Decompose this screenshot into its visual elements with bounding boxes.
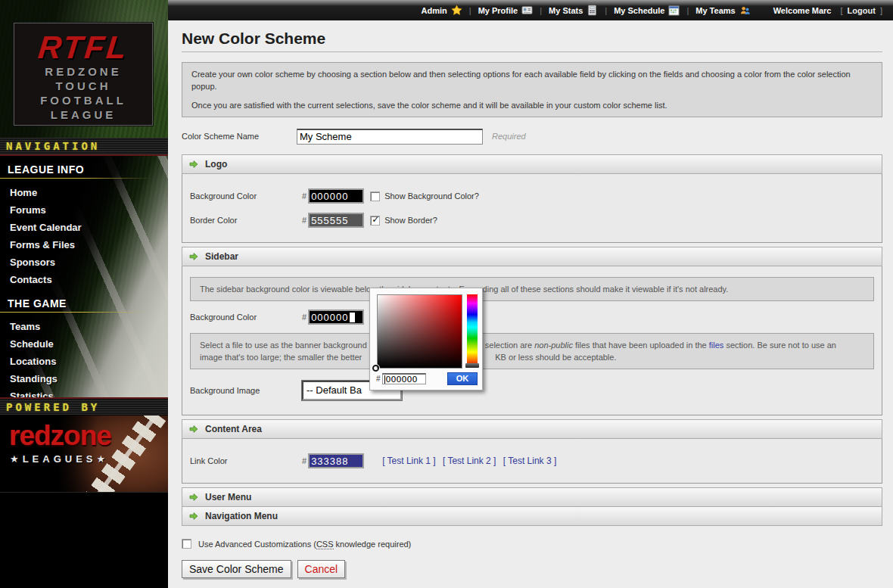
- advanced-customizations-checkbox[interactable]: ✓: [182, 539, 191, 549]
- field-label: Background Image: [190, 386, 302, 395]
- sidebar-item-forms-files[interactable]: Forms & Files: [0, 236, 168, 254]
- vcard-icon: [521, 5, 533, 16]
- topbar-item-my-profile[interactable]: My Profile: [478, 5, 534, 16]
- sidebar-item-forums[interactable]: Forums: [0, 201, 168, 219]
- logo-line: LEAGUE: [14, 107, 152, 122]
- sidebar-note-infobox: The sidebar background color is viewable…: [190, 277, 874, 301]
- link-color-swatch[interactable]: 333388: [308, 453, 364, 468]
- note-fragment: Select a file to use as the banner backg…: [200, 341, 367, 350]
- picker-ok-button[interactable]: OK: [447, 372, 478, 385]
- star-icon: [451, 5, 462, 16]
- powered-by-led-banner: POWERED BY: [0, 397, 168, 415]
- test-link-3[interactable]: [ Test Link 3 ]: [503, 456, 556, 466]
- sidebar-item-event-calendar[interactable]: Event Calendar: [0, 219, 168, 236]
- checkbox-label: Show Border?: [384, 216, 437, 225]
- separator: |: [686, 6, 689, 15]
- section-header-user-menu[interactable]: User Menu: [182, 487, 882, 507]
- text-caret: [384, 375, 385, 384]
- note-text: The sidebar background color is viewable…: [200, 283, 864, 295]
- sidebar-item-sponsors[interactable]: Sponsors: [0, 254, 168, 271]
- section-title: Content Area: [205, 424, 262, 434]
- field-label: Link Color: [190, 456, 302, 465]
- welcome-text: Welcome Marc: [773, 6, 832, 15]
- picker-bottom-row: # 000000 OK: [376, 372, 478, 385]
- section-header-sidebar[interactable]: Sidebar: [182, 247, 882, 266]
- separator: |: [469, 6, 471, 15]
- intro-paragraph: Create your own color scheme by choosing…: [191, 68, 873, 92]
- section-body-content-area: Link Color # 333388 [ Test Link 1 ] [ Te…: [182, 439, 882, 484]
- separator: |: [540, 6, 542, 15]
- required-note: Required: [492, 132, 526, 141]
- checkbox-label: Show Background Color?: [384, 191, 479, 201]
- color-scheme-name-input[interactable]: [297, 129, 483, 145]
- separator: |: [605, 6, 607, 15]
- logout-link[interactable]: [ Logout ]: [840, 6, 882, 15]
- logo-acronym: RTFL: [13, 31, 154, 64]
- sidebar-background-color-swatch[interactable]: 000000: [308, 310, 364, 325]
- section-header-logo[interactable]: Logo: [182, 154, 882, 174]
- league-logo-area: RTFL REDZONE TOUCH FOOTBALL LEAGUE: [0, 0, 168, 138]
- sidebar-filler: [0, 492, 168, 586]
- logo-border-color-swatch[interactable]: 555555: [308, 213, 364, 228]
- section-logo: Logo Background Color # 000000 ✓ Show Ba…: [182, 154, 882, 243]
- logo-line: FOOTBALL: [14, 93, 152, 107]
- sidebar-item-home[interactable]: Home: [0, 184, 168, 201]
- topbar-item-my-stats[interactable]: My Stats: [549, 5, 598, 16]
- nav-section-title-the-game: THE GAME: [8, 297, 168, 310]
- topbar-item-label: Admin: [422, 6, 447, 15]
- note-fragment: section. Be sure not to use an: [726, 341, 836, 350]
- sidebar-item-standings[interactable]: Standings: [0, 370, 168, 387]
- color-selector-circle[interactable]: [372, 365, 379, 372]
- section-content-area: Content Area Link Color # 333388 [ Test …: [182, 419, 882, 484]
- divider: [0, 178, 151, 179]
- topbar-item-my-schedule[interactable]: My Schedule: [614, 5, 680, 16]
- files-link[interactable]: files: [709, 341, 724, 350]
- section-header-navigation-menu[interactable]: Navigation Menu: [182, 506, 882, 526]
- show-border-checkbox[interactable]: ✓: [370, 216, 380, 226]
- redzone-wordmark: redzone: [9, 420, 111, 452]
- advanced-customizations-label: Use Advanced Customizations (CSS knowled…: [198, 540, 411, 549]
- test-link-2[interactable]: [ Test Link 2 ]: [443, 456, 496, 466]
- group-icon: [739, 5, 751, 16]
- divider: [182, 51, 882, 52]
- color-picker-popup: # 000000 OK: [369, 288, 483, 390]
- test-link-1[interactable]: [ Test Link 1 ]: [382, 456, 435, 466]
- page: Admin | My Profile | My Stats | My Sched…: [0, 0, 893, 588]
- field-label: Border Color: [190, 216, 302, 225]
- hue-strip[interactable]: [467, 294, 478, 364]
- topbar-item-admin[interactable]: Admin: [422, 5, 462, 16]
- color-scheme-name-row: Color Scheme Name Required: [182, 127, 882, 145]
- sidebar: RTFL REDZONE TOUCH FOOTBALL LEAGUE NAVIG…: [0, 0, 168, 588]
- show-background-color-checkbox[interactable]: ✓: [370, 191, 380, 201]
- sidebar-item-statistics[interactable]: Statistics: [0, 387, 168, 397]
- topbar-item-label: My Teams: [695, 6, 735, 15]
- topbar-item-my-teams[interactable]: My Teams: [695, 5, 750, 16]
- nav-section-title-league-info: LEAGUE INFO: [8, 163, 168, 176]
- section-header-content-area[interactable]: Content Area: [182, 419, 882, 439]
- section-body-sidebar: The sidebar background color is viewable…: [182, 266, 882, 415]
- cancel-button[interactable]: Cancel: [297, 560, 346, 578]
- sidebar-item-locations[interactable]: Locations: [0, 353, 168, 370]
- picker-hex-input[interactable]: 000000: [382, 373, 426, 384]
- leagues-wordmark: ★LEAGUES★: [10, 453, 109, 465]
- logo-background-color-swatch[interactable]: 000000: [308, 188, 364, 204]
- intro-paragraph: Once you are satisfied with the current …: [191, 99, 873, 111]
- saturation-value-gradient[interactable]: [377, 294, 462, 369]
- nav-list-the-game: Teams Schedule Locations Standings Stati…: [0, 318, 168, 397]
- sidebar-navigation: LEAGUE INFO Home Forums Event Calendar F…: [0, 156, 168, 397]
- save-color-scheme-button[interactable]: Save Color Scheme: [182, 560, 291, 578]
- nav-list-league-info: Home Forums Event Calendar Forms & Files…: [0, 184, 168, 288]
- label-fragment: knowledge required): [334, 540, 412, 549]
- background-image-row: Background Image -- Default Ba: [190, 380, 874, 401]
- section-title: Navigation Menu: [205, 511, 278, 521]
- test-links: [ Test Link 1 ] [ Test Link 2 ] [ Test L…: [382, 456, 561, 466]
- field-label: Background Color: [190, 191, 302, 201]
- logo-border-color-row: Border Color # 555555 ✓ Show Border?: [190, 212, 874, 229]
- sidebar-item-contacts[interactable]: Contacts: [0, 271, 168, 288]
- top-bar: Admin | My Profile | My Stats | My Sched…: [168, 0, 893, 20]
- sidebar-item-schedule[interactable]: Schedule: [0, 335, 168, 353]
- text-caret: [350, 313, 355, 322]
- sidebar-item-teams[interactable]: Teams: [0, 318, 168, 335]
- hue-slider-handle[interactable]: [465, 363, 479, 368]
- logo-line: TOUCH: [14, 79, 152, 93]
